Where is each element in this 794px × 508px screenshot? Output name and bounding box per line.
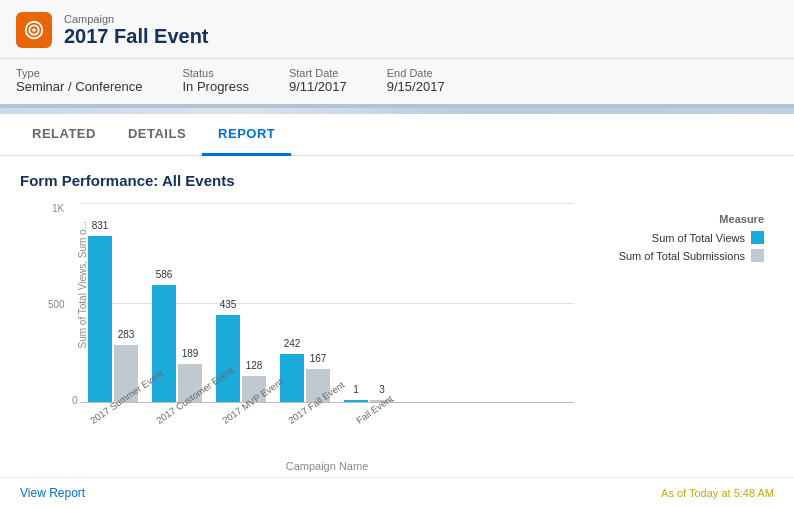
bar-label-customer-subs: 189 <box>182 348 199 359</box>
legend-swatch-blue <box>751 231 764 244</box>
bar-fall2017-views: 242 <box>280 354 304 402</box>
bar-fall-views-rect <box>344 400 368 402</box>
tabs: RELATED DETAILS REPORT <box>0 114 794 156</box>
y-tick-0: 0 <box>72 395 78 406</box>
start-value: 9/11/2017 <box>289 79 347 94</box>
bar-customer-views: 586 <box>152 285 176 402</box>
chart-container: Sum of Total Views, Sum o... 1K 500 0 <box>20 203 774 472</box>
bar-mvp-views: 435 <box>216 315 240 402</box>
tab-details[interactable]: DETAILS <box>112 114 202 156</box>
bar-pair-summer: 831 283 <box>88 236 138 402</box>
page-title: 2017 Fall Event <box>64 25 209 48</box>
tab-related[interactable]: RELATED <box>16 114 112 156</box>
x-axis-title: Campaign Name <box>80 460 574 472</box>
deco-band <box>0 108 794 114</box>
meta-start-date: Start Date 9/11/2017 <box>289 67 347 94</box>
bar-group-summer: 831 283 <box>88 236 138 402</box>
bar-label-mvp-views: 435 <box>220 299 237 310</box>
meta-type: Type Seminar / Conference <box>16 67 142 94</box>
y-tick-1k: 1K <box>52 203 64 214</box>
as-of-text: As of Today at 5:48 AM <box>661 487 774 499</box>
x-axis-labels: 2017 Summer Event 2017 Customer Event 20… <box>80 411 574 428</box>
grid-line-1k <box>80 203 574 204</box>
footer: View Report As of Today at 5:48 AM <box>0 477 794 508</box>
bar-fall2017-views-rect <box>280 354 304 402</box>
chart-title: Form Performance: All Events <box>20 172 774 189</box>
page-wrapper: Campaign 2017 Fall Event Type Seminar / … <box>0 0 794 508</box>
bar-fall-views: 1 <box>344 400 368 402</box>
bar-label-fall2017-subs: 167 <box>310 353 327 364</box>
type-label: Type <box>16 67 142 79</box>
type-value: Seminar / Conference <box>16 79 142 94</box>
tab-report[interactable]: REPORT <box>202 114 291 156</box>
bar-label-mvp-subs: 128 <box>246 360 263 371</box>
legend-item-submissions: Sum of Total Submissions <box>594 249 764 262</box>
bar-label-summer-subs: 283 <box>118 329 135 340</box>
svg-point-2 <box>32 28 36 32</box>
bar-summer-views-rect <box>88 236 112 402</box>
legend-label-views: Sum of Total Views <box>652 232 745 244</box>
main-content: Form Performance: All Events Sum of Tota… <box>0 156 794 477</box>
start-label: Start Date <box>289 67 347 79</box>
bar-label-fall2017-views: 242 <box>284 338 301 349</box>
meta-status: Status In Progress <box>182 67 248 94</box>
legend-label-submissions: Sum of Total Submissions <box>619 250 745 262</box>
bar-label-fall-subs: 3 <box>379 384 385 395</box>
bar-label-customer-views: 586 <box>156 269 173 280</box>
legend-title: Measure <box>594 213 764 225</box>
end-value: 9/15/2017 <box>387 79 445 94</box>
bar-label-summer-views: 831 <box>92 220 109 231</box>
meta-row: Type Seminar / Conference Status In Prog… <box>0 59 794 108</box>
bar-customer-views-rect <box>152 285 176 402</box>
bar-label-fall-views: 1 <box>353 384 359 395</box>
bar-mvp-views-rect <box>216 315 240 402</box>
view-report-link[interactable]: View Report <box>20 486 85 500</box>
legend-swatch-gray <box>751 249 764 262</box>
bar-summer-views: 831 <box>88 236 112 402</box>
campaign-icon <box>16 12 52 48</box>
chart-area: Sum of Total Views, Sum o... 1K 500 0 <box>80 203 574 472</box>
meta-end-date: End Date 9/15/2017 <box>387 67 445 94</box>
legend-item-views: Sum of Total Views <box>594 231 764 244</box>
header-text: Campaign 2017 Fall Event <box>64 13 209 48</box>
header: Campaign 2017 Fall Event <box>0 0 794 59</box>
status-label: Status <box>182 67 248 79</box>
y-tick-500: 500 <box>48 299 65 310</box>
status-value: In Progress <box>182 79 248 94</box>
end-label: End Date <box>387 67 445 79</box>
header-subtitle: Campaign <box>64 13 209 25</box>
chart-legend: Measure Sum of Total Views Sum of Total … <box>594 203 774 472</box>
